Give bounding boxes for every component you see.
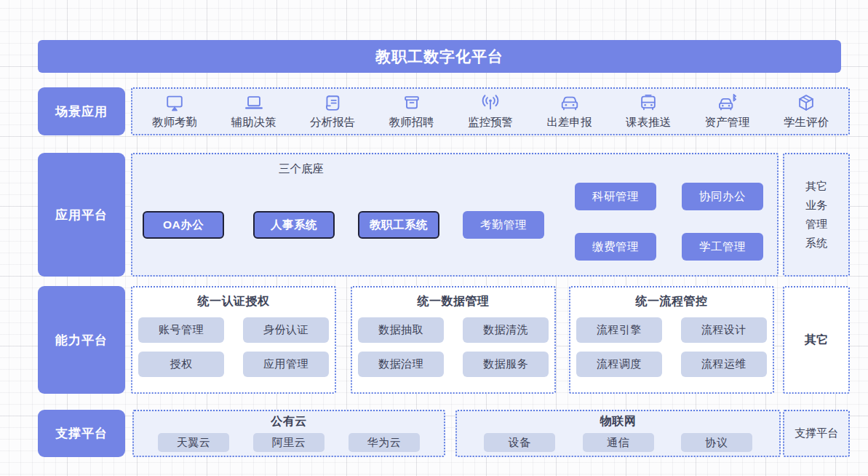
app-button-student-affairs-mgmt[interactable]: 学工管理: [682, 233, 763, 261]
capability-group-process: 统一流程管控 流程引擎 流程设计 流程调度 流程运维: [569, 286, 774, 394]
group-title: 公有云: [271, 414, 307, 429]
laptop-icon: [244, 93, 264, 114]
app-button-oa[interactable]: OA办公: [143, 211, 224, 239]
scenario-item-label: 教师招聘: [389, 115, 434, 130]
row-label-text: 支撑平台: [55, 425, 108, 442]
app-button-collab-office[interactable]: 协同办公: [682, 183, 763, 210]
row-label-application[interactable]: 应用平台: [38, 153, 125, 277]
report-scroll-icon: [322, 93, 343, 114]
scenario-item-monitor-alert[interactable]: 监控预警: [460, 93, 521, 130]
scenario-item-attendance[interactable]: 教师考勤: [144, 93, 205, 130]
app-button-research-mgmt[interactable]: 科研管理: [575, 183, 656, 210]
chip-authorization[interactable]: 授权: [138, 352, 224, 377]
group-title: 统一数据管理: [418, 294, 490, 309]
group-title: 统一认证授权: [198, 294, 270, 309]
scenario-item-label: 分析报告: [310, 115, 355, 130]
chip-account-mgmt[interactable]: 账号管理: [138, 317, 224, 343]
scenario-item-report[interactable]: 分析报告: [302, 93, 363, 130]
app-button-hr-system[interactable]: 人事系统: [253, 211, 335, 239]
storage-box-icon: [402, 93, 422, 114]
chip-app-mgmt[interactable]: 应用管理: [243, 352, 329, 377]
scenario-item-label: 课表推送: [626, 115, 671, 130]
support-group-public-cloud: 公有云 天翼云 阿里云 华为云: [132, 410, 445, 457]
other-business-systems-box[interactable]: 其它业务管理系统: [783, 153, 850, 277]
monitor-icon: [164, 93, 185, 114]
chip-huawei-cloud[interactable]: 华为云: [349, 433, 420, 452]
chip-data-governance[interactable]: 数据治理: [358, 352, 444, 377]
scenario-item-student-eval[interactable]: 学生评价: [776, 93, 837, 130]
scenario-item-timetable-push[interactable]: 课表推送: [618, 93, 679, 130]
chip-data-service[interactable]: 数据服务: [463, 352, 549, 377]
row-label-capability[interactable]: 能力平台: [38, 286, 125, 394]
scenario-item-label: 出差申报: [547, 115, 592, 130]
bus-icon: [638, 93, 658, 114]
group-title: 物联网: [600, 414, 637, 429]
chip-process-ops[interactable]: 流程运维: [681, 352, 767, 377]
chip-tianyi-cloud[interactable]: 天翼云: [158, 433, 229, 452]
car-icon: [560, 93, 580, 114]
row-label-text: 场景应用: [55, 103, 108, 120]
scenario-item-asset[interactable]: 资产管理: [697, 93, 758, 130]
row-label-text: 能力平台: [55, 332, 108, 349]
car-bluetooth-icon: [717, 93, 738, 114]
package-cube-icon: [796, 93, 816, 114]
chip-data-clean[interactable]: 数据清洗: [463, 317, 549, 343]
capability-other-label: 其它: [805, 333, 828, 348]
scenario-item-business-trip[interactable]: 出差申报: [539, 93, 600, 130]
chip-identity-auth[interactable]: 身份认证: [243, 317, 329, 343]
support-group-iot: 物联网 设备 通信 协议: [455, 410, 781, 457]
chip-ali-cloud[interactable]: 阿里云: [253, 433, 324, 452]
scenario-item-label: 辅助决策: [231, 115, 276, 130]
row-label-scenario[interactable]: 场景应用: [38, 87, 125, 135]
architecture-diagram: 教职工数字化平台 场景应用 教师考勤 辅助决策: [0, 0, 868, 476]
other-business-systems-label: 其它业务管理系统: [804, 177, 829, 253]
capability-other-box[interactable]: 其它: [783, 286, 850, 394]
chip-process-design[interactable]: 流程设计: [681, 317, 767, 343]
diagram-title-bar[interactable]: 教职工数字化平台: [38, 40, 841, 73]
row-label-text: 应用平台: [55, 207, 108, 223]
app-button-attendance-mgmt[interactable]: 考勤管理: [463, 211, 544, 239]
scenario-item-decision[interactable]: 辅助决策: [223, 93, 284, 130]
page-title: 教职工数字化平台: [375, 47, 503, 67]
base-caption: 三个底座: [228, 162, 374, 177]
chip-data-extract[interactable]: 数据抽取: [358, 317, 444, 343]
chip-protocol[interactable]: 协议: [681, 433, 752, 452]
capability-group-data: 统一数据管理 数据抽取 数据清洗 数据治理 数据服务: [351, 286, 556, 394]
support-other-label: 支撑平台: [795, 427, 838, 440]
chip-device[interactable]: 设备: [484, 433, 555, 452]
app-button-staff-system[interactable]: 教职工系统: [358, 211, 439, 239]
scenario-item-label: 教师考勤: [152, 115, 197, 130]
scenario-item-label: 资产管理: [705, 115, 750, 130]
chip-process-schedule[interactable]: 流程调度: [576, 352, 662, 377]
scenario-item-label: 学生评价: [784, 115, 829, 130]
chip-communication[interactable]: 通信: [583, 433, 654, 452]
row-label-support[interactable]: 支撑平台: [38, 410, 125, 457]
chip-process-engine[interactable]: 流程引擎: [576, 317, 662, 343]
capability-group-auth: 统一认证授权 账号管理 身份认证 授权 应用管理: [131, 286, 336, 394]
scenario-item-label: 监控预警: [468, 115, 513, 130]
app-button-payment-mgmt[interactable]: 缴费管理: [575, 233, 656, 261]
group-title: 统一流程管控: [636, 294, 708, 309]
scenario-item-recruit[interactable]: 教师招聘: [381, 93, 442, 130]
support-other-box[interactable]: 支撑平台: [783, 410, 850, 457]
signal-tower-icon: [480, 93, 501, 114]
scenario-panel: 教师考勤 辅助决策 分析报告 教师招聘: [131, 87, 850, 135]
